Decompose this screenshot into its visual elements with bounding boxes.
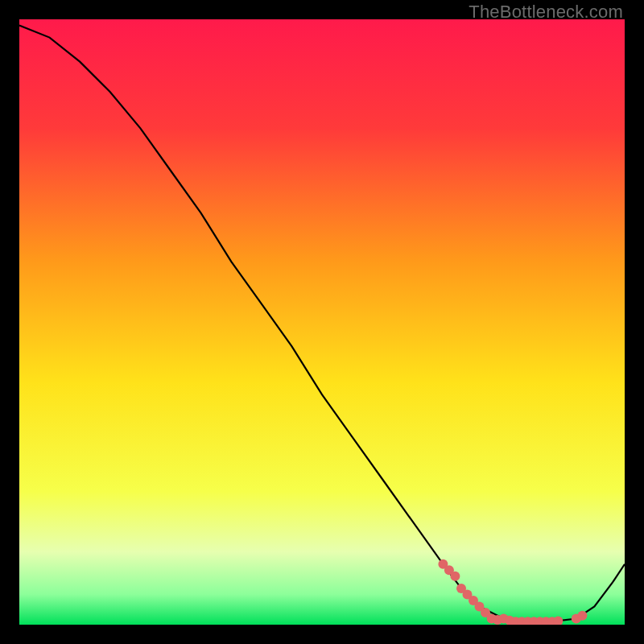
watermark-text: TheBottleneck.com — [469, 2, 623, 23]
bottleneck-chart — [19, 19, 625, 625]
gradient-background — [19, 19, 625, 625]
chart-frame — [19, 19, 625, 625]
optimal-point — [450, 572, 460, 581]
optimal-point — [577, 611, 587, 621]
